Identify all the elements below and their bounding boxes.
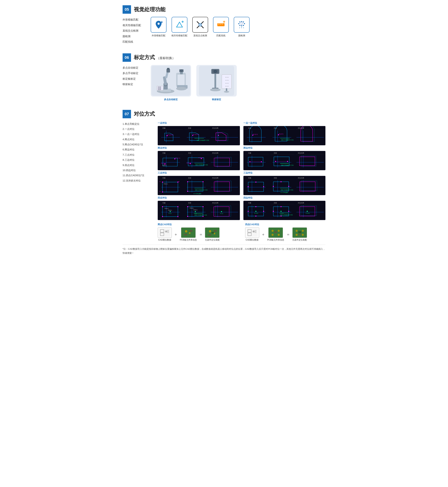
align-item: 3.一点一边对位 <box>123 132 152 137</box>
svg-rect-252 <box>243 201 326 220</box>
icon-corr-match-item: 相关性模板匹配 <box>171 17 187 37</box>
align-col-1pt: 一点对位 对象 <box>158 121 240 145</box>
cad-2pt-pcb-item: PCB板元件库信息 <box>180 228 197 242</box>
svg-text:目标工件坐标系 X 方向: 目标工件坐标系 X 方向 <box>194 214 207 216</box>
cad-4pt-plus: ＋ <box>261 232 265 237</box>
svg-text:目标工件坐标系 X 方向: 目标工件坐标系 X 方向 <box>281 189 293 191</box>
section-05-content: 外形模板匹配 相关性模板匹配 直线交点检测 圆检测 匹配找线 <box>123 17 325 45</box>
align-1pt-1edge-img: 对象 P1 (X,Y) 目标 <box>243 126 326 145</box>
section-07-title: 对位方式 <box>134 110 155 118</box>
svg-point-44 <box>160 87 161 87</box>
cad-4pt-result-item: 元器件定位装配 <box>292 228 307 242</box>
svg-point-62 <box>210 88 221 91</box>
svg-text:目标工件坐标系 X 方向: 目标工件坐标系 X 方向 <box>197 140 209 141</box>
svg-text:目标工件坐标系 X 方向: 目标工件坐标系 X 方向 <box>280 214 293 215</box>
cad-4pt-pcb-sublabel: PCB板元件库信息 <box>267 238 284 242</box>
cad-2pt-result-icon <box>207 229 218 236</box>
svg-point-239 <box>202 216 204 217</box>
section-07-header: 07 对位方式 <box>123 110 325 118</box>
svg-point-74 <box>224 91 229 93</box>
svg-point-224 <box>177 206 178 207</box>
svg-text:两端纵点: 两端纵点 <box>164 183 168 184</box>
svg-point-304 <box>214 233 215 234</box>
cad-4pt-diagram: CAD图位数据 ＋ <box>245 228 326 242</box>
svg-text:对象: 对象 <box>162 127 166 129</box>
svg-rect-305 <box>208 234 211 236</box>
align-item: 8.三边对位 <box>123 157 152 163</box>
svg-point-236 <box>187 206 188 207</box>
svg-point-269 <box>280 206 281 207</box>
align-col-3edge: 三边对位 对象 目标 <box>243 171 326 195</box>
svg-text:目标工件坐标系 X 方向: 目标工件坐标系 X 方向 <box>195 164 208 165</box>
svg-point-195 <box>255 181 256 182</box>
calib-auto-item: 多点自动标定 <box>151 65 191 101</box>
svg-text:+  +  +: + + + <box>225 79 229 81</box>
svg-rect-325 <box>274 231 277 233</box>
feature-item: 匹配找线 <box>123 39 144 45</box>
svg-point-50 <box>160 89 161 90</box>
svg-point-23 <box>243 25 244 26</box>
svg-text:两端纵点: 两端纵点 <box>193 209 198 210</box>
feature-item: 直线交点检测 <box>123 28 144 33</box>
svg-text:目标: 目标 <box>274 152 277 154</box>
svg-rect-306 <box>214 230 217 232</box>
icon-shape-match-box <box>151 17 167 33</box>
svg-text:两端纵点: 两端纵点 <box>162 165 167 166</box>
align-col-4pt: 四点对位 对象 两端纵点 两端纵点 <box>158 196 240 220</box>
svg-point-67 <box>215 71 216 72</box>
align-item: 10.四边对位 <box>123 168 152 173</box>
svg-point-18 <box>241 21 242 22</box>
icon-line-cross-item: 直线交点检测 <box>192 17 208 37</box>
svg-point-223 <box>162 206 163 207</box>
svg-text:对位结果: 对位结果 <box>212 152 218 154</box>
calib-mapping-item: + + + + + + + + + + + + 映射标定 <box>196 65 237 101</box>
corr-match-icon <box>174 19 185 30</box>
align-1pt-img: 对象 P1 (X1,Y1) 目标 <box>158 126 240 145</box>
svg-rect-138 <box>243 151 326 170</box>
svg-point-20 <box>238 23 239 24</box>
svg-point-49 <box>159 89 160 90</box>
cad-2pt-cad-box <box>158 228 172 238</box>
svg-rect-298 <box>184 234 187 235</box>
svg-point-289 <box>166 231 167 232</box>
cad-4pt-cad-icon <box>247 229 257 236</box>
section-06-title: 标定方式 （座标转换） <box>134 54 175 61</box>
calib-feature-item: 多点手动标定 <box>123 70 144 76</box>
align-row-2: 两点对位 对象 P1(X1,Y1) 两端纵点 <box>158 146 325 170</box>
svg-point-250 <box>221 211 222 212</box>
svg-point-271 <box>273 211 274 212</box>
align-item: 12.支持多次对位 <box>123 178 152 183</box>
svg-text:目标工件坐标系 X 方向: 目标工件坐标系 X 方向 <box>281 139 294 141</box>
mapping-calib-svg: + + + + + + + + + + + + <box>199 66 234 96</box>
svg-text:目标: 目标 <box>188 152 191 154</box>
svg-point-203 <box>280 181 281 182</box>
svg-point-169 <box>162 181 163 182</box>
svg-text:P1: P1 <box>160 181 161 182</box>
svg-point-283 <box>307 211 308 212</box>
svg-point-322 <box>272 235 273 235</box>
svg-text:P1(X1,Y1): P1(X1,Y1) <box>161 163 166 164</box>
cad-2pt-pcb-sublabel: PCB板元件库信息 <box>180 238 197 242</box>
align-item: 2.一点对位 <box>123 126 152 132</box>
section-06-content: 多点自动标定 多点手动标定 标定板标定 映射标定 <box>123 65 325 101</box>
svg-point-262 <box>255 211 256 212</box>
align-row-4: 四点对位 对象 两端纵点 两端纵点 <box>158 196 325 220</box>
svg-rect-307 <box>211 232 214 234</box>
svg-point-43 <box>159 87 160 87</box>
svg-point-312 <box>253 231 254 232</box>
cad-4pt-result-icon <box>294 229 305 236</box>
align-row-1: 一点对位 对象 <box>158 121 325 145</box>
align-1pt-svg: 对象 P1 (X1,Y1) 目标 <box>158 126 240 145</box>
svg-text:+  +  +: + + + <box>225 82 229 84</box>
svg-text:对象: 对象 <box>248 177 251 179</box>
align-2edge-img: 对象 目标 <box>243 151 326 170</box>
svg-text:对象: 对象 <box>248 202 251 204</box>
align-col-2pt: 两点对位 对象 P1(X1,Y1) 两端纵点 <box>158 146 240 170</box>
align-item: 4.两点对位 <box>123 137 152 142</box>
svg-rect-41 <box>157 86 163 90</box>
svg-point-297 <box>189 233 190 233</box>
svg-text:P1(X1,Y1): P1(X1,Y1) <box>186 162 191 163</box>
section-07-number: 07 <box>123 110 131 118</box>
svg-text:两端纵点: 两端纵点 <box>165 208 169 209</box>
circle-detect-icon <box>236 19 247 30</box>
